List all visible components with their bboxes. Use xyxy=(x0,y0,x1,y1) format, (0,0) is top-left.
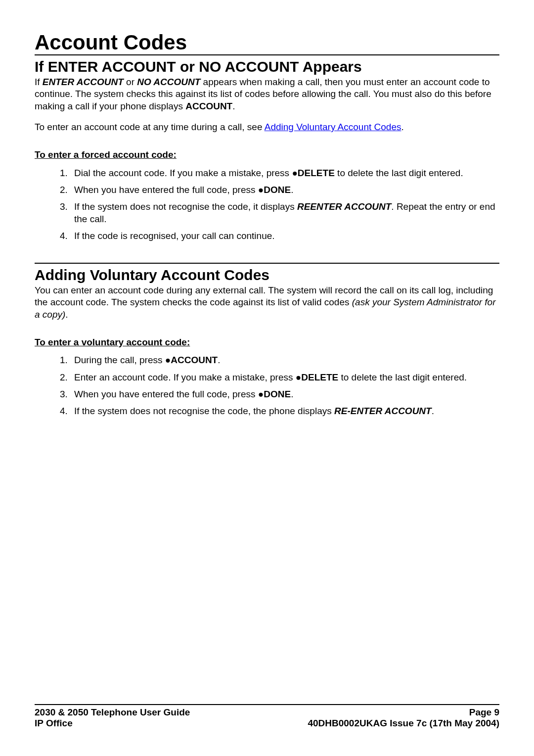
footer-guide-title: 2030 & 2050 Telephone User Guide xyxy=(35,707,190,718)
voluntary-codes-link[interactable]: Adding Voluntary Account Codes xyxy=(265,122,401,132)
section1-list: Dial the account code. If you make a mis… xyxy=(70,167,499,242)
section1-paragraph1: If ENTER ACCOUNT or NO ACCOUNT appears w… xyxy=(35,76,499,112)
footer-row2: IP Office 40DHB0002UKAG Issue 7c (17th M… xyxy=(35,718,499,729)
footer-page-number: Page 9 xyxy=(469,707,499,718)
section2-heading: Adding Voluntary Account Codes xyxy=(35,263,499,284)
section2-list: During the call, press ●ACCOUNT. Enter a… xyxy=(70,354,499,417)
list-item: If the system does not recognise the cod… xyxy=(70,201,499,225)
list-item: Dial the account code. If you make a mis… xyxy=(70,167,499,179)
list-item: If the system does not recognise the cod… xyxy=(70,405,499,417)
footer-issue: 40DHB0002UKAG Issue 7c (17th May 2004) xyxy=(308,718,499,729)
list-item: Enter an account code. If you make a mis… xyxy=(70,372,499,383)
list-item: When you have entered the full code, pre… xyxy=(70,388,499,400)
page-title: Account Codes xyxy=(35,31,499,55)
list-item: When you have entered the full code, pre… xyxy=(70,184,499,196)
section2-paragraph1: You can enter an account code during any… xyxy=(35,284,499,321)
section1-subhead: To enter a forced account code: xyxy=(35,149,499,161)
section1-heading: If ENTER ACCOUNT or NO ACCOUNT Appears xyxy=(35,58,499,75)
footer-row1: 2030 & 2050 Telephone User Guide Page 9 xyxy=(35,707,499,718)
list-item: During the call, press ●ACCOUNT. xyxy=(70,354,499,366)
list-item: If the code is recognised, your call can… xyxy=(70,230,499,242)
section1-paragraph2: To enter an account code at any time dur… xyxy=(35,121,499,133)
section2-subhead: To enter a voluntary account code: xyxy=(35,336,499,348)
footer-product: IP Office xyxy=(35,718,73,729)
content: Account Codes If ENTER ACCOUNT or NO ACC… xyxy=(35,31,499,418)
page-footer: 2030 & 2050 Telephone User Guide Page 9 … xyxy=(35,704,499,729)
